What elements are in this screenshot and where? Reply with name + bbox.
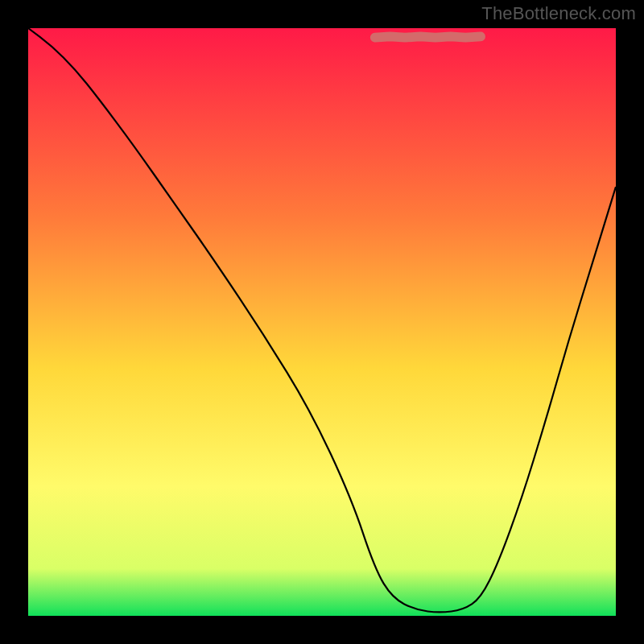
watermark-text: TheBottleneck.com — [481, 3, 636, 24]
plot-area — [28, 28, 616, 616]
chart-svg — [28, 28, 616, 616]
chart-container: TheBottleneck.com — [0, 0, 644, 644]
gradient-background — [28, 28, 616, 616]
optimum-band — [375, 36, 481, 37]
